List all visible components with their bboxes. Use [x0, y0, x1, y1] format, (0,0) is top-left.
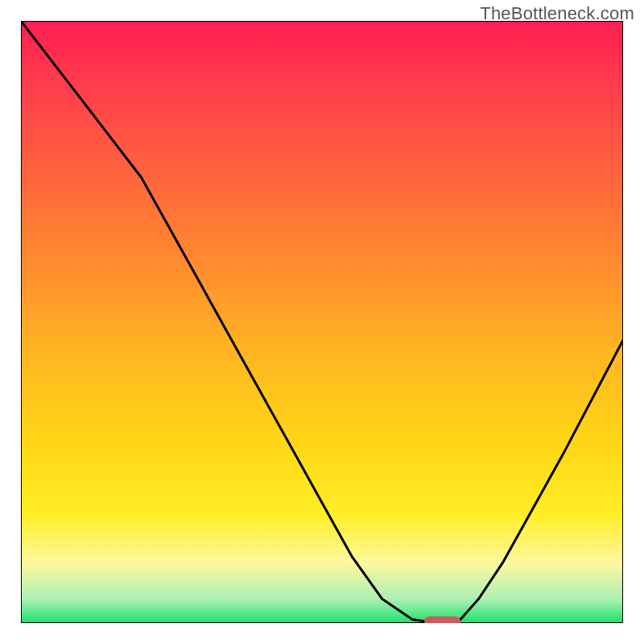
- gradient-rect: [21, 21, 623, 623]
- chart-container: TheBottleneck.com: [0, 0, 644, 644]
- chart-svg: [21, 21, 623, 623]
- plot-area: [21, 21, 623, 623]
- target-marker: [424, 617, 460, 623]
